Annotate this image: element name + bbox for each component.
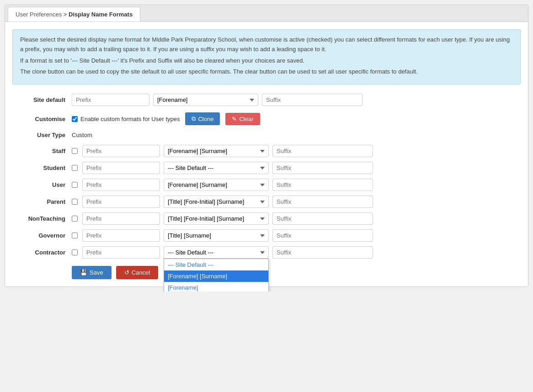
nonteaching-row: NonTeaching [Title] [Fore-Initial] [Surn… — [12, 212, 521, 225]
nonteaching-format-select[interactable]: [Title] [Fore-Initial] [Surname] --- Sit… — [164, 212, 269, 225]
staff-label: Staff — [12, 148, 72, 154]
save-button[interactable]: 💾 Save — [72, 266, 112, 279]
student-format-select[interactable]: --- Site Default --- [Forename] [Surname… — [164, 162, 269, 174]
info-line3: The clone button can be used to copy the… — [20, 67, 513, 77]
dropdown-option-forename-surname[interactable]: [Forename] [Surname] — [164, 270, 268, 282]
contractor-suffix-input[interactable] — [272, 246, 373, 259]
site-default-format-container: [Forename] [Forename] [Surname] [Fore-In… — [153, 94, 258, 106]
contractor-inputs: --- Site Default --- [Forename] [Surname… — [82, 246, 373, 259]
customise-checkbox-text: Enable custom formats for User types — [80, 116, 180, 122]
cancel-icon: ↺ — [124, 269, 129, 276]
staff-prefix-input[interactable] — [82, 145, 160, 157]
staff-row: Staff [Forename] [Surname] --- Site Defa… — [12, 145, 521, 157]
user-label: User — [12, 181, 72, 188]
contractor-format-container: --- Site Default --- [Forename] [Surname… — [164, 246, 269, 259]
user-suffix-input[interactable] — [272, 179, 373, 191]
customise-controls: Enable custom formats for User types ⧉ C… — [72, 112, 260, 125]
clear-icon: ✎ — [232, 116, 237, 122]
user-type-custom: Custom — [72, 132, 92, 138]
customise-label: Customise — [12, 116, 72, 122]
info-line2: If a format is set to '--- Site Default … — [20, 56, 513, 66]
main-window: User Preferences > Display Name Formats … — [5, 5, 528, 287]
site-default-inputs: [Forename] [Forename] [Surname] [Fore-In… — [72, 94, 362, 106]
user-prefix-input[interactable] — [82, 179, 160, 191]
user-format-select[interactable]: [Forename] [Surname] --- Site Default --… — [164, 179, 269, 191]
breadcrumb-current: Display Name Formats — [69, 11, 133, 18]
parent-format-select[interactable]: [Title] [Fore-Initial] [Surname] --- Sit… — [164, 196, 269, 208]
dropdown-option-forename[interactable]: [Forename] — [164, 282, 268, 291]
nonteaching-inputs: [Title] [Fore-Initial] [Surname] --- Sit… — [82, 212, 373, 225]
site-default-format-select[interactable]: [Forename] [Forename] [Surname] [Fore-In… — [153, 94, 258, 106]
parent-row: Parent [Title] [Fore-Initial] [Surname] … — [12, 196, 521, 208]
contractor-prefix-input[interactable] — [82, 246, 160, 259]
dropdown-option-site-default[interactable]: --- Site Default --- — [164, 259, 268, 270]
parent-label: Parent — [12, 198, 72, 205]
cancel-label: Cancel — [132, 269, 150, 276]
site-default-prefix-input[interactable] — [72, 94, 149, 106]
nonteaching-suffix-input[interactable] — [272, 212, 373, 225]
staff-format-select[interactable]: [Forename] [Surname] --- Site Default --… — [164, 145, 269, 157]
parent-suffix-input[interactable] — [272, 196, 373, 208]
clear-button[interactable]: ✎ Clear — [225, 113, 260, 125]
clone-label: Clone — [198, 116, 213, 122]
user-checkbox[interactable] — [72, 182, 78, 188]
site-default-suffix-input[interactable] — [262, 94, 362, 106]
clone-icon: ⧉ — [192, 115, 196, 122]
contractor-format-select[interactable]: --- Site Default --- [Forename] [Surname… — [164, 246, 269, 259]
customise-checkbox-label[interactable]: Enable custom formats for User types — [72, 116, 180, 122]
info-box: Please select the desired display name f… — [12, 29, 521, 85]
save-icon: 💾 — [80, 269, 87, 276]
user-type-label: User Type — [12, 132, 72, 138]
contractor-row: Contractor --- Site Default --- [Forenam… — [12, 246, 521, 259]
content-area: Please select the desired display name f… — [5, 22, 528, 286]
cancel-button[interactable]: ↺ Cancel — [116, 266, 158, 279]
student-checkbox[interactable] — [72, 165, 78, 171]
contractor-checkbox[interactable] — [72, 249, 78, 255]
nonteaching-label: NonTeaching — [12, 215, 72, 222]
breadcrumb-parent: User Preferences — [16, 11, 62, 18]
governor-row: Governor [Title] [Surname] --- Site Defa… — [12, 229, 521, 242]
contractor-dropdown-menu: --- Site Default --- [Forename] [Surname… — [164, 259, 269, 291]
governor-format-select[interactable]: [Title] [Surname] --- Site Default --- [… — [164, 229, 269, 242]
display-name-formats-tab[interactable]: User Preferences > Display Name Formats — [8, 7, 140, 21]
user-row: User [Forename] [Surname] --- Site Defau… — [12, 179, 521, 191]
customise-row: Customise Enable custom formats for User… — [12, 112, 521, 125]
student-inputs: --- Site Default --- [Forename] [Surname… — [82, 162, 373, 174]
staff-inputs: [Forename] [Surname] --- Site Default --… — [82, 145, 373, 157]
governor-label: Governor — [12, 232, 72, 239]
parent-checkbox[interactable] — [72, 199, 78, 205]
student-row: Student --- Site Default --- [Forename] … — [12, 162, 521, 174]
parent-inputs: [Title] [Fore-Initial] [Surname] --- Sit… — [82, 196, 373, 208]
staff-suffix-input[interactable] — [272, 145, 373, 157]
governor-inputs: [Title] [Surname] --- Site Default --- [… — [82, 229, 373, 242]
save-label: Save — [90, 269, 103, 276]
breadcrumb-separator: > — [64, 11, 69, 18]
student-prefix-input[interactable] — [82, 162, 160, 174]
contractor-label: Contractor — [12, 249, 72, 256]
clone-button[interactable]: ⧉ Clone — [185, 112, 220, 125]
tab-bar: User Preferences > Display Name Formats — [5, 5, 528, 22]
nonteaching-prefix-input[interactable] — [82, 212, 160, 225]
nonteaching-checkbox[interactable] — [72, 216, 78, 222]
user-inputs: [Forename] [Surname] --- Site Default --… — [82, 179, 373, 191]
governor-checkbox[interactable] — [72, 233, 78, 238]
parent-prefix-input[interactable] — [82, 196, 160, 208]
site-default-row: Site default [Forename] [Forename] [Surn… — [12, 94, 521, 106]
governor-suffix-input[interactable] — [272, 229, 373, 242]
student-suffix-input[interactable] — [272, 162, 373, 174]
governor-prefix-input[interactable] — [82, 229, 160, 242]
customise-checkbox[interactable] — [72, 116, 78, 122]
clear-label: Clear — [239, 116, 253, 122]
student-label: Student — [12, 164, 72, 171]
staff-checkbox[interactable] — [72, 148, 78, 154]
site-default-label: Site default — [12, 96, 72, 103]
info-line1: Please select the desired display name f… — [20, 35, 513, 54]
user-type-header: User Type Custom — [12, 132, 521, 138]
